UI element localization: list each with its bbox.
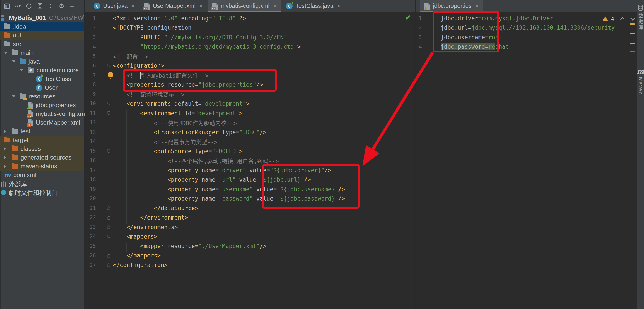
editor-tab-mybatis-config-xml[interactable]: <>mybatis-config.xml × bbox=[208, 0, 282, 12]
tab-close-icon[interactable]: × bbox=[132, 3, 135, 10]
tree-chevron-collapsed[interactable] bbox=[4, 156, 12, 159]
tree-item-mybatis-config-xml[interactable]: <>mybatis-config.xml bbox=[0, 110, 84, 118]
tree-item-label: User bbox=[45, 84, 58, 91]
code-line-10: 10 <environments default="development"> bbox=[84, 99, 415, 109]
code-text: PUBLIC "-//mybatis.org//DTD Config 3.0//… bbox=[113, 34, 287, 41]
fold-marker-icon[interactable] bbox=[107, 102, 110, 107]
expand-collapse-icon[interactable] bbox=[47, 2, 54, 10]
fold-marker-icon[interactable] bbox=[107, 225, 110, 230]
code-line-26: 26 </mappers> bbox=[84, 251, 415, 260]
code-line-23: 23 </environments> bbox=[84, 222, 415, 232]
tab-close-icon[interactable]: × bbox=[199, 3, 202, 10]
fold-marker-icon[interactable] bbox=[107, 206, 110, 211]
code-line-2: 2 jdbc.url=jdbc:mysql://192.168.100.141:… bbox=[416, 23, 636, 33]
code-line-22: 22 </environment> bbox=[84, 213, 415, 223]
stripe-mark[interactable] bbox=[630, 33, 635, 35]
line-number: 2 bbox=[416, 25, 422, 31]
tab-close-icon[interactable]: × bbox=[273, 3, 276, 10]
code-text: <mappers> bbox=[113, 233, 158, 240]
tree-item-src[interactable]: src bbox=[0, 40, 84, 49]
tree-chevron-collapsed[interactable] bbox=[4, 147, 12, 151]
tool-button-maven[interactable]: m Maven bbox=[637, 68, 644, 95]
intention-bulb-icon[interactable] bbox=[108, 72, 113, 78]
tree-item-out[interactable]: out bbox=[0, 31, 84, 40]
code-line-2: 2 <!DOCTYPE configuration bbox=[84, 23, 415, 33]
project-view-icon[interactable] bbox=[3, 2, 11, 10]
fold-marker-icon[interactable] bbox=[107, 263, 110, 268]
line-number: 1 bbox=[84, 15, 96, 21]
tree-item-resources[interactable]: resources bbox=[0, 92, 84, 101]
editor-tab-usermapper-xml[interactable]: <>UserMapper.xml × bbox=[140, 0, 208, 12]
tree-item-test[interactable]: test bbox=[0, 127, 84, 136]
fold-marker-icon[interactable] bbox=[107, 253, 110, 259]
fold-marker-icon[interactable] bbox=[107, 216, 110, 221]
settings-gear-icon[interactable]: ⚙ bbox=[58, 2, 66, 10]
tree-item--[interactable]: 临时文件和控制台 bbox=[0, 188, 84, 197]
fold-marker-icon[interactable] bbox=[107, 111, 110, 116]
tree-item-testclass[interactable]: CTestClass bbox=[0, 75, 84, 83]
line-number: 7 bbox=[84, 72, 96, 78]
tree-item-generated-sources[interactable]: generated-sources bbox=[0, 153, 84, 162]
tree-item-pom-xml[interactable]: mpom.xml bbox=[0, 171, 84, 179]
line-number: 22 bbox=[84, 214, 96, 221]
tool-button-database[interactable]: 数据库 bbox=[637, 5, 644, 30]
code-text: <mapper resource="./UserMapper.xml"/> bbox=[113, 243, 266, 249]
tree-item-java[interactable]: java bbox=[0, 57, 84, 66]
editor-tab-testclass-java[interactable]: CTestClass.java × bbox=[281, 0, 345, 12]
java-class-icon: C bbox=[36, 85, 42, 91]
libraries-icon bbox=[1, 181, 6, 187]
tree-item-target[interactable]: target bbox=[0, 136, 84, 144]
inspections-widget[interactable]: 4 bbox=[602, 15, 634, 22]
tree-chevron-expanded[interactable] bbox=[12, 61, 20, 63]
tree-chevron-expanded[interactable] bbox=[12, 95, 20, 98]
project-tree: MyBatis_001 C:\Users\HW\Doc .idea out sr… bbox=[0, 14, 84, 197]
tree-item-maven-status[interactable]: maven-status bbox=[0, 162, 84, 171]
folder-icon bbox=[4, 24, 10, 29]
tree-chevron-collapsed[interactable] bbox=[4, 130, 12, 133]
editor-jdbc-properties[interactable]: jdbc.properties × 1 jdbc.driver=com.mysq… bbox=[416, 0, 636, 309]
tree-item-com-demo-core[interactable]: com.demo.core bbox=[0, 66, 84, 75]
stripe-mark[interactable] bbox=[630, 43, 635, 44]
stripe-mark[interactable] bbox=[630, 51, 635, 52]
tab-close-icon[interactable]: × bbox=[475, 3, 478, 10]
code-line-24: 24 <mappers> bbox=[84, 232, 415, 241]
editor-area: CUser.java × <>UserMapper.xml × <>mybati… bbox=[84, 0, 644, 309]
editor-tab-jdbc-properties[interactable]: jdbc.properties × bbox=[420, 0, 483, 12]
tree-item-user[interactable]: CUser bbox=[0, 83, 84, 92]
hide-panel-icon[interactable] bbox=[68, 2, 76, 10]
tree-item-usermapper-xml[interactable]: <>UserMapper.xml bbox=[0, 118, 84, 127]
tree-chevron-expanded[interactable] bbox=[4, 52, 12, 54]
code-text: </environments> bbox=[113, 224, 178, 230]
folder-resources-icon bbox=[20, 94, 26, 99]
folder-icon bbox=[12, 50, 18, 55]
prev-warning-icon[interactable] bbox=[620, 17, 624, 21]
collapse-all-icon[interactable] bbox=[36, 2, 44, 10]
tree-chevron-collapsed[interactable] bbox=[4, 165, 12, 168]
tree-item-classes[interactable]: classes bbox=[0, 144, 84, 153]
database-icon bbox=[638, 5, 643, 11]
project-root-row[interactable]: MyBatis_001 C:\Users\HW\Doc bbox=[0, 14, 84, 22]
locate-file-icon[interactable] bbox=[25, 2, 33, 10]
tab-close-icon[interactable]: × bbox=[337, 3, 340, 10]
line-number: 25 bbox=[84, 243, 96, 249]
code-line-7: 7 <!--引入mybatis配置文件--> bbox=[84, 71, 415, 80]
stripe-mark[interactable] bbox=[630, 23, 635, 25]
editor-mybatis-config[interactable]: 1 <?xml version="1.0" encoding="UTF-8" ?… bbox=[84, 12, 415, 309]
code-text: <properties resource="jdbc.properties"/> bbox=[113, 81, 263, 88]
code-text: <!--四个属性,驱动,链接,用户名,密码--> bbox=[113, 157, 279, 165]
folder-source-icon bbox=[20, 59, 26, 64]
inspections-ok-icon[interactable]: ✔ bbox=[405, 14, 411, 22]
maven-icon: m bbox=[637, 68, 644, 75]
scratches-icon bbox=[1, 190, 6, 195]
fold-marker-icon[interactable] bbox=[107, 64, 110, 69]
tree-item--idea[interactable]: .idea bbox=[0, 22, 84, 31]
tree-chevron-expanded[interactable] bbox=[20, 69, 28, 71]
editor-tab-user-java[interactable]: CUser.java × bbox=[89, 0, 140, 12]
fold-marker-icon[interactable] bbox=[107, 149, 110, 154]
line-number: 20 bbox=[84, 195, 96, 202]
fold-marker-icon[interactable] bbox=[107, 235, 110, 240]
more-icon[interactable] bbox=[14, 2, 22, 10]
tree-item-jdbc-properties[interactable]: jdbc.properties bbox=[0, 101, 84, 110]
tree-item-main[interactable]: main bbox=[0, 49, 84, 57]
tree-item--[interactable]: 外部库 bbox=[0, 179, 84, 188]
